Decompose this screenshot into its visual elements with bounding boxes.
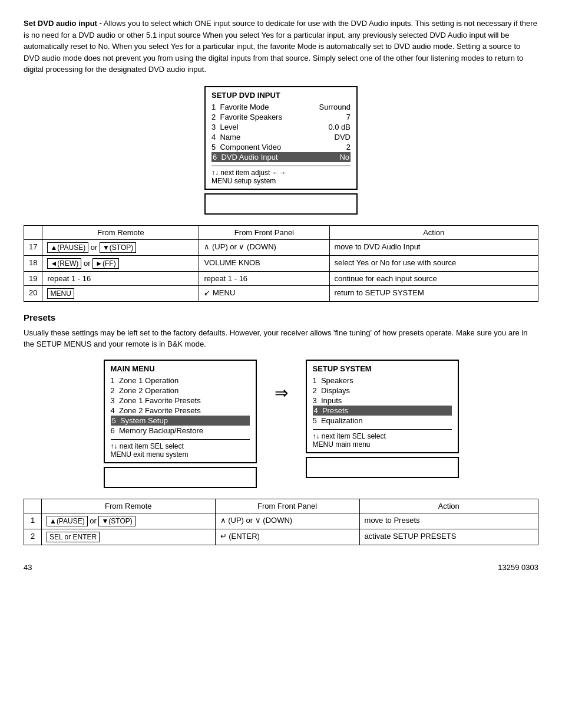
- intro-bold: Set DVD audio input -: [24, 19, 102, 28]
- dvd-menu-row-5: 5 Component Video2: [211, 142, 351, 152]
- main-menu-display-box: [104, 467, 257, 488]
- table-row: 17 ▲(PAUSE) or ▼(STOP) ∧ (UP) or ∨ (DOWN…: [24, 239, 538, 255]
- dvd-display-box: [204, 193, 358, 215]
- setup-menu-row-2: 2 Displays: [313, 386, 452, 396]
- intro-paragraph: Set DVD audio input - Allows you to sele…: [24, 18, 538, 75]
- presets-col-panel-header: From Front Panel: [215, 499, 359, 513]
- table-row: 18 ◄(REW) or ►(FF) VOLUME KNOB select Ye…: [24, 255, 538, 271]
- doc-number: 13259 0303: [498, 563, 538, 572]
- setup-system-menu-box: SETUP SYSTEM 1 Speakers 2 Displays 3 Inp…: [306, 360, 459, 453]
- dvd-menu-row-6-highlighted: 6 DVD Audio InputNo: [211, 152, 351, 162]
- main-menu-title: MAIN MENU: [111, 364, 250, 373]
- table-row: 1 ▲(PAUSE) or ▼(STOP) ∧ (UP) or ∨ (DOWN)…: [24, 513, 538, 529]
- main-menu-row-3: 3 Zone 1 Favorite Presets: [111, 396, 250, 406]
- setup-system-menu-nav: ↑↓ next item SEL select MENU main menu: [313, 429, 452, 449]
- main-menu-wrapper: MAIN MENU 1 Zone 1 Operation 2 Zone 2 Op…: [104, 360, 257, 488]
- dvd-action-table: From Remote From Front Panel Action 17 ▲…: [24, 225, 538, 302]
- arrow-between-menus: ⇒: [275, 383, 288, 403]
- presets-col-num-header: [24, 499, 42, 513]
- table-row: 2 SEL or ENTER ↵ (ENTER) activate SETUP …: [24, 529, 538, 545]
- col-remote-header: From Remote: [42, 225, 199, 239]
- dual-menu-section: MAIN MENU 1 Zone 1 Operation 2 Zone 2 Op…: [24, 360, 538, 488]
- dvd-menu-title: SETUP DVD INPUT: [211, 91, 351, 100]
- col-action-header: Action: [329, 225, 538, 239]
- presets-col-remote-header: From Remote: [42, 499, 216, 513]
- dvd-menu-nav: ↑↓ next item adjust ←→ MENU setup system: [211, 166, 351, 185]
- dvd-menu-row-3: 3 Level0.0 dB: [211, 122, 351, 132]
- col-panel-header: From Front Panel: [199, 225, 329, 239]
- dvd-menu-row-2: 2 Favorite Speakers7: [211, 112, 351, 122]
- page-number: 43: [24, 563, 32, 572]
- setup-system-menu-title: SETUP SYSTEM: [313, 364, 452, 373]
- main-menu-nav: ↑↓ next item SEL select MENU exit menu s…: [111, 439, 250, 459]
- page-footer: 43 13259 0303: [24, 563, 538, 572]
- main-menu-row-2: 2 Zone 2 Operation: [111, 386, 250, 396]
- table-row: 19 repeat 1 - 16 repeat 1 - 16 continue …: [24, 271, 538, 285]
- presets-heading: Presets: [24, 312, 538, 322]
- dvd-menu-section: SETUP DVD INPUT 1 Favorite ModeSurround …: [24, 86, 538, 215]
- main-menu-row-5-highlighted: 5 System Setup: [111, 416, 250, 426]
- main-menu-row-6: 6 Memory Backup/Restore: [111, 426, 250, 436]
- main-menu-box: MAIN MENU 1 Zone 1 Operation 2 Zone 2 Op…: [104, 360, 257, 463]
- dvd-menu-box: SETUP DVD INPUT 1 Favorite ModeSurround …: [204, 86, 358, 190]
- dvd-menu-row-4: 4 NameDVD: [211, 132, 351, 142]
- setup-system-display-box: [306, 457, 459, 478]
- table-row: 20 MENU ↙ MENU return to SETUP SYSTEM: [24, 285, 538, 301]
- presets-paragraph: Usually these settings may be left set t…: [24, 327, 538, 350]
- setup-menu-row-1: 1 Speakers: [313, 375, 452, 386]
- setup-menu-row-4-highlighted: 4 Presets: [313, 406, 452, 416]
- setup-menu-row-3: 3 Inputs: [313, 396, 452, 406]
- presets-col-action-header: Action: [359, 499, 538, 513]
- dvd-menu-row-1: 1 Favorite ModeSurround: [211, 102, 351, 112]
- main-menu-row-1: 1 Zone 1 Operation: [111, 375, 250, 386]
- setup-system-menu-wrapper: SETUP SYSTEM 1 Speakers 2 Displays 3 Inp…: [306, 360, 459, 478]
- col-num-header: [24, 225, 42, 239]
- setup-menu-row-5: 5 Equalization: [313, 416, 452, 426]
- presets-action-table: From Remote From Front Panel Action 1 ▲(…: [24, 499, 538, 545]
- main-menu-row-4: 4 Zone 2 Favorite Presets: [111, 406, 250, 416]
